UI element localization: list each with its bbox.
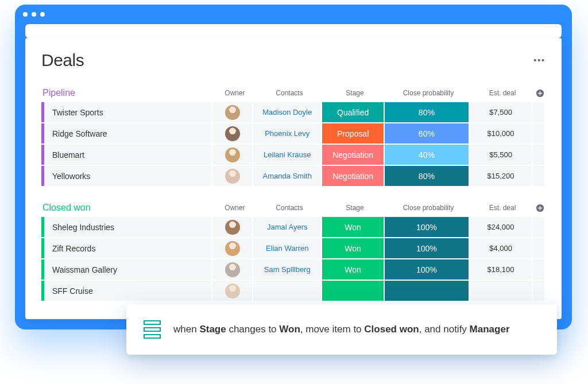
plus-icon <box>536 204 544 212</box>
owner-cell[interactable] <box>212 145 252 165</box>
column-header-owner[interactable]: Owner <box>215 204 255 212</box>
column-header-probability[interactable]: Close probability <box>386 89 471 97</box>
deal-name-cell[interactable]: Bluemart <box>44 145 211 165</box>
owner-cell[interactable] <box>212 238 252 258</box>
group-closedwon: Closed wonOwnerContactsStageClose probab… <box>41 201 546 301</box>
table-row[interactable]: Ridge SoftwarePhoenix LevyProposal60%$10… <box>41 123 546 143</box>
contacts-cell[interactable]: Amanda Smith <box>253 166 321 186</box>
contacts-cell[interactable]: Sam Spillberg <box>253 259 321 280</box>
column-header-contacts[interactable]: Contacts <box>255 204 324 212</box>
table-row[interactable]: YelloworksAmanda SmithNegotiation80%$15,… <box>41 166 546 186</box>
deal-name-cell[interactable]: SFF Cruise <box>44 281 211 301</box>
board-panel: Deals ••• PipelineOwnerContactsStageClos… <box>25 38 562 319</box>
group-pipeline: PipelineOwnerContactsStageClose probabil… <box>41 86 546 186</box>
stage-cell[interactable]: Negotiation <box>322 145 384 165</box>
trailing-cell <box>533 123 544 143</box>
automation-text: when Stage changes to Won, move item to … <box>173 323 510 336</box>
avatar <box>225 148 240 162</box>
url-bar[interactable] <box>25 24 562 38</box>
deal-name-cell[interactable]: Yelloworks <box>44 166 211 186</box>
group-header: Closed wonOwnerContactsStageClose probab… <box>41 201 546 215</box>
more-icon[interactable]: ••• <box>533 56 546 65</box>
stage-cell[interactable]: Won <box>322 217 384 237</box>
probability-cell[interactable]: 40% <box>385 145 469 165</box>
group-name[interactable]: Closed won <box>41 203 215 213</box>
window-dot <box>23 12 28 17</box>
browser-frame: Deals ••• PipelineOwnerContactsStageClos… <box>15 5 572 329</box>
page-header: Deals ••• <box>41 51 546 70</box>
probability-cell[interactable]: 100% <box>385 238 469 258</box>
table-row[interactable]: SFF Cruise <box>41 281 546 301</box>
table-row[interactable]: Twister SportsMadison DoyleQualified80%$… <box>41 102 546 122</box>
deal-name-cell[interactable]: Ridge Software <box>44 123 211 143</box>
stage-cell[interactable]: Won <box>322 259 384 280</box>
est-deal-cell[interactable]: $24,000 <box>470 217 532 237</box>
probability-cell[interactable]: 60% <box>385 123 469 143</box>
window-dot <box>40 12 45 17</box>
window-dot <box>32 12 36 17</box>
table-row[interactable]: Waissman GallerySam SpillbergWon100%$18,… <box>41 259 546 280</box>
page-title: Deals <box>41 51 84 70</box>
probability-cell[interactable]: 80% <box>385 166 469 186</box>
add-column-button[interactable] <box>534 204 546 212</box>
probability-cell[interactable] <box>385 281 469 301</box>
est-deal-cell[interactable]: $15,200 <box>470 166 532 186</box>
est-deal-cell[interactable]: $10,000 <box>470 123 532 143</box>
stage-cell[interactable]: Proposal <box>322 123 384 143</box>
deal-name-cell[interactable]: Sheleg Industries <box>44 217 211 237</box>
avatar <box>225 241 240 256</box>
trailing-cell <box>533 281 544 301</box>
column-header-stage[interactable]: Stage <box>324 89 386 97</box>
column-header-est-deal[interactable]: Est. deal <box>471 204 534 212</box>
deal-name-cell[interactable]: Waissman Gallery <box>44 259 211 280</box>
add-column-button[interactable] <box>534 89 546 98</box>
contacts-cell[interactable]: Phoenix Levy <box>253 123 321 143</box>
avatar <box>225 220 240 235</box>
avatar <box>225 169 240 184</box>
avatar <box>225 262 240 277</box>
column-header-est-deal[interactable]: Est. deal <box>471 89 534 97</box>
trailing-cell <box>533 259 544 280</box>
est-deal-cell[interactable]: $5,500 <box>470 145 532 165</box>
stage-cell[interactable]: Qualified <box>322 102 384 122</box>
est-deal-cell[interactable]: $18,100 <box>470 259 532 280</box>
stage-cell[interactable]: Won <box>322 238 384 258</box>
owner-cell[interactable] <box>212 217 252 237</box>
automation-card[interactable]: when Stage changes to Won, move item to … <box>126 304 557 355</box>
owner-cell[interactable] <box>212 123 252 143</box>
stage-cell[interactable] <box>322 281 384 301</box>
owner-cell[interactable] <box>212 281 252 301</box>
avatar <box>225 284 240 298</box>
table-row[interactable]: Sheleg IndustriesJamal AyersWon100%$24,0… <box>41 217 546 237</box>
owner-cell[interactable] <box>212 102 252 122</box>
contacts-cell[interactable]: Leilani Krause <box>253 145 321 165</box>
est-deal-cell[interactable] <box>470 281 532 301</box>
owner-cell[interactable] <box>212 166 252 186</box>
automation-icon <box>144 320 161 339</box>
group-name[interactable]: Pipeline <box>41 88 215 98</box>
contacts-cell[interactable] <box>253 281 321 301</box>
probability-cell[interactable]: 80% <box>385 102 469 122</box>
table-row[interactable]: Zift RecordsElian WarrenWon100%$4,000 <box>41 238 546 258</box>
stage-cell[interactable]: Negotiation <box>322 166 384 186</box>
est-deal-cell[interactable]: $7,500 <box>470 102 532 122</box>
owner-cell[interactable] <box>212 259 252 280</box>
contacts-cell[interactable]: Jamal Ayers <box>253 217 321 237</box>
deal-name-cell[interactable]: Zift Records <box>44 238 211 258</box>
group-header: PipelineOwnerContactsStageClose probabil… <box>41 86 546 100</box>
column-header-owner[interactable]: Owner <box>215 89 255 97</box>
column-header-stage[interactable]: Stage <box>324 204 386 212</box>
trailing-cell <box>533 238 544 258</box>
probability-cell[interactable]: 100% <box>385 217 469 237</box>
table-row[interactable]: BluemartLeilani KrauseNegotiation40%$5,5… <box>41 145 546 165</box>
est-deal-cell[interactable]: $4,000 <box>470 238 532 258</box>
trailing-cell <box>533 102 544 122</box>
contacts-cell[interactable]: Madison Doyle <box>253 102 321 122</box>
deal-name-cell[interactable]: Twister Sports <box>44 102 211 122</box>
probability-cell[interactable]: 100% <box>385 259 469 280</box>
trailing-cell <box>533 145 544 165</box>
contacts-cell[interactable]: Elian Warren <box>253 238 321 258</box>
column-header-contacts[interactable]: Contacts <box>255 89 324 97</box>
avatar <box>225 105 240 120</box>
column-header-probability[interactable]: Close probability <box>386 204 471 212</box>
